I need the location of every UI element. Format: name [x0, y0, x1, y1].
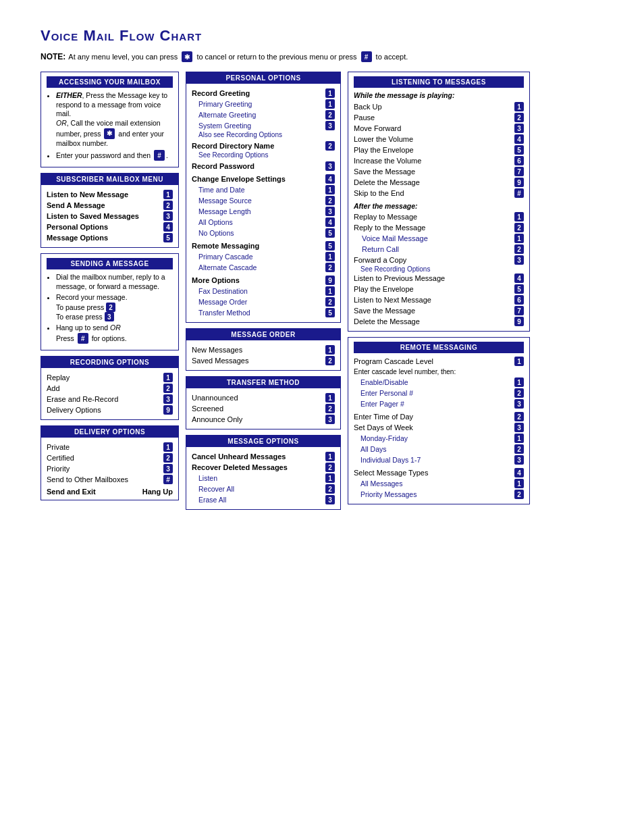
msg-order-2: Saved Messages 2	[192, 355, 335, 366]
transfer-2-key: 2	[325, 404, 335, 413]
listen-skip-end-key: #	[514, 188, 524, 198]
after-forward-copy-label: Forward a Copy	[354, 256, 406, 264]
record-greeting-key: 1	[325, 88, 335, 98]
del-item-3-label: Priority	[47, 465, 70, 473]
enable-disable-label: Enable/Disable	[360, 378, 408, 386]
msg-opt-erase-all-label: Erase All	[198, 496, 226, 504]
fax-destination-label: Fax Destination	[198, 287, 248, 295]
remote-messaging-item: Remote Messaging 5	[192, 240, 335, 251]
fax-destination-item: Fax Destination 1	[192, 286, 335, 296]
recover-deleted-item: Recover Deleted Messages 2	[192, 462, 335, 473]
after-listen-prev-label: Listen to Previous Message	[354, 274, 445, 282]
record-password-key: 3	[325, 161, 335, 171]
enter-personal-label: Enter Personal #	[360, 389, 413, 397]
sending-message-title: SENDING A MESSAGE	[47, 258, 173, 269]
enable-disable-key: 1	[514, 377, 524, 387]
change-envelope-label: Change Envelope Settings	[192, 175, 286, 183]
listen-skip-end: Skip to the End #	[354, 188, 524, 199]
msg-opt-listen: Listen 1	[192, 473, 335, 484]
del-item-2-label: Certified	[47, 454, 74, 462]
hash-badge-mailbox: #	[154, 150, 165, 161]
enter-pager-key: 3	[514, 399, 524, 409]
time-date-item: Time and Date 1	[192, 184, 335, 195]
system-greeting-item: System Greeting 3	[192, 120, 335, 131]
message-source-key: 2	[325, 196, 335, 205]
time-of-day-key: 2	[514, 412, 524, 421]
remote-messaging-right-box: REMOTE MESSAGING Program Cascade Level 1…	[348, 337, 530, 504]
rec-item-3: Erase and Re-Record 3	[47, 394, 173, 405]
rec-item-1-key: 1	[163, 373, 173, 382]
del-item-3: Priority 3	[47, 463, 173, 474]
after-listen-next: Listen to Next Message 6	[354, 294, 524, 305]
after-replay-msg-label: Replay to Message	[354, 213, 417, 221]
star-badge-mailbox: ✱	[104, 128, 115, 139]
msg-opt-listen-label: Listen	[198, 474, 217, 482]
note-label: NOTE:	[41, 52, 65, 61]
after-save-message-key: 7	[514, 306, 524, 315]
after-listen-prev-key: 4	[514, 273, 524, 283]
no-options-item: No Options 5	[192, 228, 335, 238]
msg-opt-erase-all-key: 3	[325, 495, 335, 504]
mailbox-bullet-2: Enter your password and then #.	[56, 150, 173, 161]
all-messages-item: All Messages 1	[354, 478, 524, 489]
all-messages-key: 1	[514, 479, 524, 488]
listen-play-envelope-label: Play the Envelope	[354, 146, 414, 154]
delivery-options-box: DELIVERY OPTIONS Private 1 Certified 2 P…	[41, 425, 179, 500]
program-cascade-key: 1	[514, 357, 524, 366]
note-text: At any menu level, you can press	[68, 53, 178, 61]
all-days-key: 2	[514, 444, 524, 454]
monday-friday-label: Monday-Friday	[360, 434, 408, 442]
message-order-box: MESSAGE ORDER New Messages 1 Saved Messa…	[186, 328, 341, 371]
listen-delete-message-key: 9	[514, 178, 524, 187]
after-message-label: After the message:	[354, 202, 524, 210]
record-password-item: Record Password 3	[192, 161, 335, 172]
after-forward-copy: Forward a Copy 3	[354, 255, 524, 265]
listen-increase-volume: Increase the Volume 6	[354, 155, 524, 166]
transfer-method-sub-key: 5	[325, 308, 335, 317]
send-bullet-1: Dial the mailbox number, reply to a mess…	[56, 273, 173, 291]
delivery-options-title: DELIVERY OPTIONS	[41, 426, 178, 438]
monday-friday-item: Monday-Friday 1	[354, 433, 524, 444]
priority-messages-key: 2	[514, 490, 524, 499]
alternate-greeting-item: Alternate Greeting 2	[192, 109, 335, 120]
fax-destination-key: 1	[325, 286, 335, 296]
select-message-types-key: 4	[514, 468, 524, 477]
subscriber-item-2-key: 2	[163, 201, 173, 210]
msg-order-2-label: Saved Messages	[192, 357, 248, 365]
msg-order-1-label: New Messages	[192, 346, 242, 354]
program-cascade-item: Program Cascade Level 1	[354, 356, 524, 367]
rec-item-4: Delivery Options 9	[47, 405, 173, 415]
recording-options-box: RECORDING OPTIONS Replay 1 Add 2 Erase a…	[41, 356, 179, 420]
listen-play-envelope: Play the Envelope 5	[354, 145, 524, 155]
subscriber-menu-box: SUBSCRIBER MAILBOX MENU Listen to New Me…	[41, 173, 179, 248]
pause-badge: 2	[106, 303, 115, 312]
transfer-1-label: Unannounced	[192, 394, 238, 402]
primary-greeting-key: 1	[325, 99, 335, 109]
after-play-envelope-key: 5	[514, 284, 524, 294]
subscriber-item-5-key: 5	[163, 233, 173, 242]
del-item-1-label: Private	[47, 443, 70, 451]
select-message-types-item: Select Message Types 4	[354, 467, 524, 478]
rec-item-4-label: Delivery Options	[47, 406, 101, 414]
listen-play-envelope-key: 5	[514, 145, 524, 155]
record-greeting-label: Record Greeting	[192, 89, 250, 97]
after-voicemail-msg: Voice Mail Message 1	[354, 233, 524, 244]
listen-pause: Pause 2	[354, 112, 524, 123]
subscriber-item-3-key: 3	[163, 211, 173, 221]
message-source-label: Message Source	[198, 197, 252, 205]
system-greeting-label: System Greeting	[198, 122, 251, 130]
enter-pager-item: Enter Pager # 3	[354, 398, 524, 409]
after-reply-msg-key: 2	[514, 223, 524, 232]
message-order-sub-label: Message Order	[198, 298, 247, 306]
record-directory-key: 2	[325, 141, 335, 151]
subscriber-item-4: Personal Options 4	[47, 221, 173, 232]
del-item-1: Private 1	[47, 442, 173, 452]
after-return-call: Return Call 2	[354, 244, 524, 255]
message-length-key: 3	[325, 207, 335, 216]
msg-opt-recover-all-label: Recover All	[198, 485, 234, 493]
all-options-key: 4	[325, 217, 335, 227]
after-return-call-key: 2	[514, 244, 524, 254]
record-directory-item: Record Directory Name 2	[192, 140, 335, 151]
change-envelope-item: Change Envelope Settings 4	[192, 174, 335, 184]
primary-cascade-label: Primary Cascade	[198, 253, 253, 261]
